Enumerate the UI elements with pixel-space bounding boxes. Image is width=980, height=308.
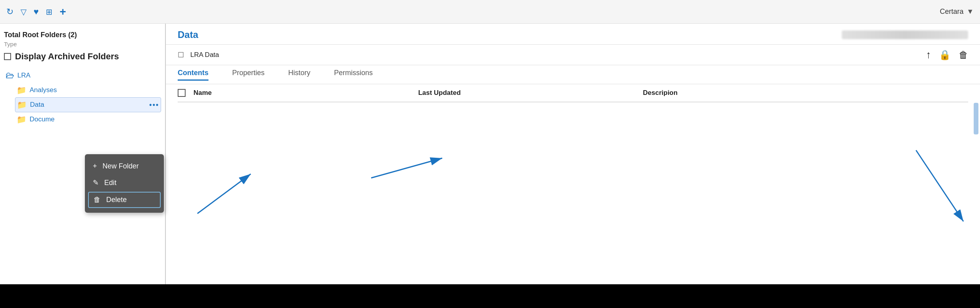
table-col-description: Descripion bbox=[643, 89, 968, 97]
sidebar-type-label: Type bbox=[4, 41, 161, 47]
content-area: Data ☐ LRA Data ↑ 🔒 🗑 Contents Propertie… bbox=[166, 24, 980, 308]
tree-children: 📁 Analyses 📁 Data ••• 📁 Docume bbox=[4, 83, 161, 127]
upload-icon[interactable]: ↑ bbox=[926, 49, 931, 61]
root-folder-icon: 🗁 bbox=[6, 70, 14, 81]
main-layout: Total Root Folders (2) Type Display Arch… bbox=[0, 24, 980, 308]
content-title: Data bbox=[178, 29, 198, 40]
structure-icon[interactable]: ⊞ bbox=[46, 7, 53, 17]
delete-icon: 🗑 bbox=[94, 196, 101, 204]
sidebar-title: Total Root Folders (2) bbox=[4, 31, 161, 39]
context-menu-delete[interactable]: 🗑 Delete bbox=[88, 192, 161, 208]
table-select-all-checkbox[interactable] bbox=[178, 89, 186, 97]
svg-line-1 bbox=[371, 158, 442, 178]
sub-header: ☐ LRA Data ↑ 🔒 🗑 bbox=[166, 45, 980, 65]
scrollbar-indicator[interactable] bbox=[974, 103, 978, 134]
tree-item-label-data: Data bbox=[30, 101, 146, 109]
tab-permissions[interactable]: Permissions bbox=[334, 69, 373, 81]
folder-icon-analyses: 📁 bbox=[17, 85, 26, 95]
archive-label: Display Archived Folders bbox=[15, 51, 119, 62]
certara-label: Certara bbox=[940, 8, 963, 16]
table-col-updated: Last Updated bbox=[418, 89, 635, 97]
sub-header-text: LRA Data bbox=[190, 51, 920, 59]
context-menu-edit-label: Edit bbox=[104, 179, 116, 187]
table-col-name: Name bbox=[193, 89, 410, 97]
filter-icon[interactable]: ▽ bbox=[21, 7, 26, 17]
folder-icon-documents: 📁 bbox=[17, 115, 26, 124]
tree-item-documents[interactable]: 📁 Docume bbox=[15, 112, 161, 127]
tree-item-dots[interactable]: ••• bbox=[149, 101, 159, 109]
toolbar-right: Certara ▼ bbox=[940, 8, 974, 16]
svg-line-0 bbox=[197, 174, 251, 214]
folder-icon-data: 📁 bbox=[17, 100, 27, 110]
certara-dropdown-icon[interactable]: ▼ bbox=[967, 8, 974, 16]
table-header: Name Last Updated Descripion bbox=[178, 84, 968, 102]
archive-checkbox[interactable] bbox=[4, 53, 11, 60]
archive-row: Display Archived Folders bbox=[4, 51, 161, 62]
svg-line-2 bbox=[916, 150, 963, 221]
tabs-bar: Contents Properties History Permissions bbox=[166, 65, 980, 84]
toolbar-left: ↻ ▽ ♥ ⊞ + bbox=[6, 6, 66, 18]
delete-action-icon[interactable]: 🗑 bbox=[959, 49, 968, 60]
context-menu-new-folder[interactable]: + New Folder bbox=[85, 158, 164, 174]
table-area: Name Last Updated Descripion bbox=[166, 84, 980, 102]
black-bottom-bar bbox=[0, 284, 980, 308]
tab-properties[interactable]: Properties bbox=[232, 69, 265, 81]
favorite-icon[interactable]: ♥ bbox=[34, 7, 39, 17]
tab-contents[interactable]: Contents bbox=[178, 69, 208, 81]
context-menu: + New Folder ✎ Edit 🗑 Delete bbox=[85, 154, 164, 213]
content-header: Data bbox=[166, 24, 980, 45]
context-menu-new-folder-label: New Folder bbox=[103, 162, 139, 170]
tree-root-lra[interactable]: 🗁 LRA bbox=[4, 68, 161, 83]
context-menu-edit[interactable]: ✎ Edit bbox=[85, 174, 164, 191]
tree-item-label-analyses: Analyses bbox=[30, 86, 160, 94]
tree-item-data[interactable]: 📁 Data ••• bbox=[15, 97, 161, 112]
add-button[interactable]: + bbox=[60, 6, 66, 18]
tree-item-label-documents: Docume bbox=[30, 115, 160, 123]
tree-item-analyses[interactable]: 📁 Analyses bbox=[15, 83, 161, 97]
context-menu-delete-label: Delete bbox=[106, 196, 127, 204]
lock-icon[interactable]: 🔒 bbox=[939, 49, 951, 60]
sidebar: Total Root Folders (2) Type Display Arch… bbox=[0, 24, 166, 308]
refresh-icon[interactable]: ↻ bbox=[6, 7, 13, 17]
edit-icon: ✎ bbox=[93, 178, 99, 187]
tab-history[interactable]: History bbox=[288, 69, 310, 81]
action-icons: ↑ 🔒 🗑 bbox=[926, 49, 968, 61]
tree-root-label: LRA bbox=[17, 72, 30, 79]
breadcrumb-blurred bbox=[842, 30, 968, 39]
sub-header-folder-icon: ☐ bbox=[178, 51, 184, 59]
new-folder-icon: + bbox=[93, 162, 97, 170]
toolbar: ↻ ▽ ♥ ⊞ + Certara ▼ bbox=[0, 0, 980, 24]
